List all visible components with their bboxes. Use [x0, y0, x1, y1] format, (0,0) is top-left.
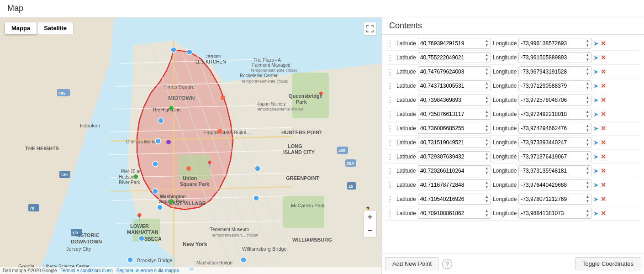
lat-spin-down[interactable]: ▼: [484, 58, 490, 62]
navigate-icon[interactable]: ➤: [593, 82, 599, 90]
lat-spin-down[interactable]: ▼: [484, 43, 490, 48]
longitude-input[interactable]: [518, 95, 591, 105]
remove-point-button[interactable]: ✕: [601, 68, 606, 75]
latitude-input[interactable]: [418, 123, 491, 134]
lat-spin-down[interactable]: ▼: [484, 100, 490, 105]
lat-spin-up[interactable]: ▲: [484, 152, 490, 157]
lon-spin-down[interactable]: ▼: [584, 171, 591, 175]
remove-point-button[interactable]: ✕: [601, 96, 606, 104]
navigate-icon[interactable]: ➤: [593, 139, 599, 146]
navigate-icon[interactable]: ➤: [593, 68, 599, 75]
drag-handle[interactable]: ⋮: [385, 124, 395, 133]
tab-satellite[interactable]: Satellite: [37, 22, 74, 34]
zoom-in-button[interactable]: +: [363, 210, 377, 224]
lon-spin-down[interactable]: ▼: [584, 142, 591, 147]
lat-spin-up[interactable]: ▲: [484, 110, 490, 114]
longitude-input[interactable]: [518, 66, 591, 77]
lon-spin-down[interactable]: ▼: [584, 100, 591, 105]
latitude-input[interactable]: [418, 95, 491, 105]
zoom-out-button[interactable]: −: [363, 224, 377, 237]
lon-spin-down[interactable]: ▼: [584, 43, 591, 48]
lon-spin-up[interactable]: ▲: [584, 95, 591, 100]
latitude-input[interactable]: [418, 137, 491, 148]
latitude-input[interactable]: [418, 194, 491, 205]
navigate-icon[interactable]: ➤: [593, 181, 599, 189]
help-icon[interactable]: ?: [442, 259, 452, 269]
lat-spin-down[interactable]: ▼: [484, 142, 490, 147]
drag-handle[interactable]: ⋮: [385, 96, 395, 105]
longitude-input[interactable]: [518, 194, 591, 205]
lon-spin-up[interactable]: ▲: [584, 180, 591, 185]
latitude-input[interactable]: [418, 208, 491, 219]
longitude-input[interactable]: [518, 137, 591, 148]
lon-spin-up[interactable]: ▲: [584, 166, 591, 171]
latitude-input[interactable]: [418, 109, 491, 120]
navigate-icon[interactable]: ➤: [593, 96, 599, 104]
lat-spin-up[interactable]: ▲: [484, 67, 490, 72]
drag-handle[interactable]: ⋮: [385, 39, 395, 48]
lon-spin-down[interactable]: ▼: [584, 114, 591, 119]
navigate-icon[interactable]: ➤: [593, 111, 599, 118]
latitude-input[interactable]: [418, 179, 491, 190]
remove-point-button[interactable]: ✕: [601, 82, 606, 90]
navigate-icon[interactable]: ➤: [593, 167, 599, 174]
lat-spin-up[interactable]: ▲: [484, 81, 490, 86]
tab-mappa[interactable]: Mappa: [5, 22, 37, 34]
longitude-input[interactable]: [518, 179, 591, 190]
lon-spin-down[interactable]: ▼: [584, 199, 591, 204]
lon-spin-up[interactable]: ▲: [584, 39, 591, 43]
drag-handle[interactable]: ⋮: [385, 153, 395, 161]
fullscreen-button[interactable]: [363, 22, 377, 36]
navigate-icon[interactable]: ➤: [593, 210, 599, 217]
remove-point-button[interactable]: ✕: [601, 139, 606, 146]
toggle-coordinates-button[interactable]: Toggle Coordinates: [575, 257, 640, 270]
add-new-point-button[interactable]: Add New Point: [385, 257, 438, 270]
drag-handle[interactable]: ⋮: [385, 138, 395, 147]
lat-spin-down[interactable]: ▼: [484, 171, 490, 175]
navigate-icon[interactable]: ➤: [593, 195, 599, 203]
latitude-input[interactable]: [418, 151, 491, 162]
drag-handle[interactable]: ⋮: [385, 82, 395, 90]
remove-point-button[interactable]: ✕: [601, 153, 606, 160]
drag-handle[interactable]: ⋮: [385, 209, 395, 218]
lon-spin-down[interactable]: ▼: [584, 72, 591, 76]
lon-spin-up[interactable]: ▲: [584, 53, 591, 58]
latitude-input[interactable]: [418, 52, 491, 63]
lat-spin-up[interactable]: ▲: [484, 95, 490, 100]
remove-point-button[interactable]: ✕: [601, 125, 606, 132]
remove-point-button[interactable]: ✕: [601, 40, 606, 47]
lon-spin-up[interactable]: ▲: [584, 138, 591, 142]
lon-spin-up[interactable]: ▲: [584, 195, 591, 199]
lat-spin-down[interactable]: ▼: [484, 72, 490, 76]
longitude-input[interactable]: [518, 109, 591, 120]
latitude-input[interactable]: [418, 80, 491, 91]
longitude-input[interactable]: [518, 165, 591, 176]
lat-spin-up[interactable]: ▲: [484, 166, 490, 171]
longitude-input[interactable]: [518, 80, 591, 91]
navigate-icon[interactable]: ➤: [593, 153, 599, 160]
lat-spin-up[interactable]: ▲: [484, 209, 490, 213]
navigate-icon[interactable]: ➤: [593, 125, 599, 132]
lon-spin-down[interactable]: ▼: [584, 86, 591, 90]
remove-point-button[interactable]: ✕: [601, 167, 606, 174]
lat-spin-down[interactable]: ▼: [484, 213, 490, 218]
lat-spin-down[interactable]: ▼: [484, 114, 490, 119]
drag-handle[interactable]: ⋮: [385, 167, 395, 175]
lon-spin-down[interactable]: ▼: [584, 157, 591, 161]
lat-spin-down[interactable]: ▼: [484, 128, 490, 133]
remove-point-button[interactable]: ✕: [601, 181, 606, 189]
remove-point-button[interactable]: ✕: [601, 111, 606, 118]
latitude-input[interactable]: [418, 38, 491, 49]
remove-point-button[interactable]: ✕: [601, 195, 606, 203]
lon-spin-up[interactable]: ▲: [584, 67, 591, 72]
lat-spin-down[interactable]: ▼: [484, 86, 490, 90]
lon-spin-down[interactable]: ▼: [584, 128, 591, 133]
lon-spin-down[interactable]: ▼: [584, 185, 591, 190]
longitude-input[interactable]: [518, 151, 591, 162]
longitude-input[interactable]: [518, 123, 591, 134]
drag-handle[interactable]: ⋮: [385, 68, 395, 76]
lon-spin-down[interactable]: ▼: [584, 213, 591, 218]
longitude-input[interactable]: [518, 52, 591, 63]
navigate-icon[interactable]: ➤: [593, 40, 599, 47]
lat-spin-up[interactable]: ▲: [484, 138, 490, 142]
